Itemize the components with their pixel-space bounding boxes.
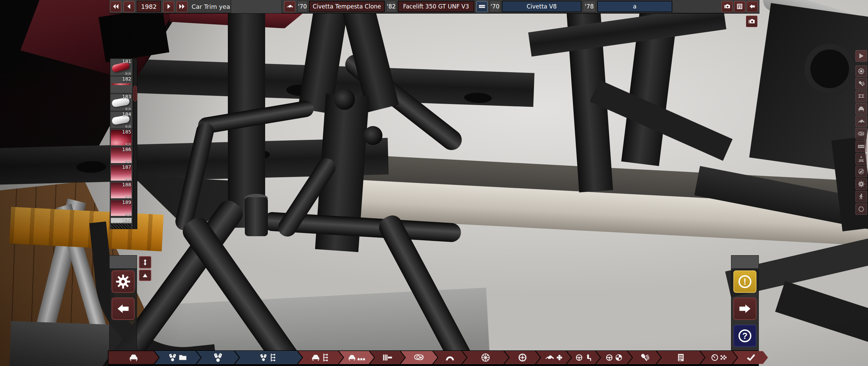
view-fixtures-button[interactable] xyxy=(855,128,867,140)
view-wheels-button[interactable] xyxy=(855,65,867,77)
play-animation-button[interactable] xyxy=(855,50,867,62)
app-window: 1982 Car Trim year '70 Civetta Tempesta … xyxy=(0,0,868,366)
engine-family-name-field[interactable]: Civetta V8 xyxy=(502,1,581,12)
lift-disable-button[interactable] xyxy=(855,166,867,177)
scene-bracket-hole xyxy=(804,43,855,94)
view-settings-button[interactable] xyxy=(855,178,867,190)
car-front-icon xyxy=(312,355,319,361)
tab-engine-variant[interactable] xyxy=(235,351,302,364)
double-left-arrow-icon xyxy=(113,4,118,9)
tab-trim-family[interactable] xyxy=(298,351,343,364)
back-button[interactable] xyxy=(747,1,758,12)
undo-back-button[interactable] xyxy=(112,298,135,320)
next-step-button[interactable] xyxy=(733,298,756,320)
details-button[interactable] xyxy=(734,1,745,12)
top-bar-spacer xyxy=(231,0,282,13)
fixture-thumbnail[interactable]: 187 8|8 xyxy=(110,164,133,181)
scene-joint xyxy=(245,197,268,236)
fixture-number: 181 xyxy=(122,59,131,64)
up-down-arrow-icon xyxy=(144,259,147,266)
tab-chassis-grille[interactable] xyxy=(370,351,405,364)
fixture-mirror-badge: 8|8 xyxy=(125,160,131,164)
trim-variant-year: '82 xyxy=(386,1,396,12)
exclamation-circle-icon: ! xyxy=(738,275,751,288)
tab-finish[interactable] xyxy=(733,351,768,364)
scrollbar-handle[interactable] xyxy=(133,86,137,101)
photo-mode-button[interactable] xyxy=(722,1,733,12)
tab-drivetrain[interactable] xyxy=(596,351,632,364)
fast-forward-button[interactable] xyxy=(176,1,188,12)
fixture-thumbnail[interactable]: 184 8|8 xyxy=(110,111,133,128)
scene-pivot xyxy=(334,89,355,110)
gear-icon xyxy=(858,181,865,187)
year-back-button[interactable] xyxy=(123,1,135,12)
trim-year-display: 1982 xyxy=(137,1,161,12)
view-chassis-button[interactable] xyxy=(855,90,867,102)
tab-brakes[interactable] xyxy=(505,351,540,364)
tab-detail-sheet[interactable] xyxy=(657,351,705,364)
scroll-top-button[interactable] xyxy=(139,270,151,281)
tab-test-track[interactable] xyxy=(701,351,737,364)
view-suspension-button[interactable] xyxy=(855,78,867,89)
engine-button[interactable] xyxy=(476,1,488,12)
fixture-thumbnail[interactable]: 181 8|8 xyxy=(110,59,133,76)
screenshot-button[interactable] xyxy=(746,16,757,27)
fixture-number: 183 xyxy=(122,94,131,99)
brake-icon xyxy=(519,354,526,361)
shock-absorber-icon xyxy=(859,81,865,87)
tab-fixtures[interactable] xyxy=(401,351,437,364)
fixture-number: 190 xyxy=(122,217,131,223)
v-engine-icon xyxy=(260,354,267,361)
tab-interior[interactable] xyxy=(567,351,600,364)
tab-suspension[interactable] xyxy=(628,351,661,364)
walk-mode-button[interactable] xyxy=(855,191,867,202)
engine-variant-name-field[interactable]: a xyxy=(597,1,672,12)
orbit-mode-button[interactable] xyxy=(855,203,867,215)
left-panel-header xyxy=(110,256,137,269)
right-block-arrow-icon xyxy=(739,305,751,313)
tab-engine-family[interactable] xyxy=(197,351,239,364)
tab-engine-manager[interactable] xyxy=(155,351,201,364)
engine-block-icon xyxy=(479,5,485,8)
left-tool-panel xyxy=(109,255,137,351)
tab-wheel-arches[interactable] xyxy=(433,351,467,364)
hierarchy-icon xyxy=(271,354,276,362)
warnings-button[interactable]: ! xyxy=(733,270,756,293)
walking-person-icon xyxy=(859,194,863,199)
fixture-list-scrollbar[interactable] xyxy=(133,58,137,229)
fixture-thumbnail[interactable]: 188 8|8 xyxy=(110,182,133,199)
fixture-thumbnail[interactable]: 189 8|8 xyxy=(110,200,133,217)
fixture-thumbnail[interactable]: 186 8|8 xyxy=(110,147,133,164)
trim-family-year: '70 xyxy=(297,1,308,12)
car-model-button[interactable] xyxy=(284,1,295,12)
year-forward-button[interactable] xyxy=(163,1,174,12)
fixture-thumbnail-list: 181 8|8 182 183 8|8 184 8|8 xyxy=(110,58,133,229)
spec-sheet-icon xyxy=(678,354,684,361)
trim-family-name-field[interactable]: Civetta Tempesta Clone xyxy=(309,1,385,12)
tab-car-design[interactable] xyxy=(108,351,159,364)
lift-raise-button[interactable] xyxy=(855,153,867,165)
right-panel-header xyxy=(731,256,758,269)
tab-body-type[interactable] xyxy=(339,351,374,364)
fan-icon xyxy=(556,355,562,360)
view-body-button[interactable] xyxy=(855,103,867,115)
fixture-thumbnail[interactable]: 190 8|8 xyxy=(110,217,133,229)
rewind-to-start-button[interactable] xyxy=(110,1,121,12)
tab-rims[interactable] xyxy=(462,351,509,364)
view-engine-button[interactable] xyxy=(855,141,867,152)
help-button[interactable]: ? xyxy=(733,325,756,347)
play-icon xyxy=(859,54,864,59)
rim-icon xyxy=(482,354,490,362)
settings-button[interactable] xyxy=(112,270,135,293)
trim-variant-name-field[interactable]: Facelift 350 GT UNF V3 xyxy=(398,1,474,12)
tab-aero-cooling[interactable] xyxy=(536,351,571,364)
scroll-updown-button[interactable] xyxy=(139,256,151,268)
fixture-number: 187 xyxy=(122,164,131,170)
fixture-thumbnail[interactable]: 182 xyxy=(110,76,133,93)
fixture-thumbnail[interactable]: 183 8|8 xyxy=(110,94,133,111)
top-bar: 1982 Car Trim year '70 Civetta Tempesta … xyxy=(110,0,760,14)
year-label: Car Trim year xyxy=(192,3,231,10)
fixture-thumbnail[interactable]: 185 8|8 xyxy=(110,129,133,146)
view-car-side-button[interactable] xyxy=(855,116,867,127)
circle-icon xyxy=(859,207,864,211)
